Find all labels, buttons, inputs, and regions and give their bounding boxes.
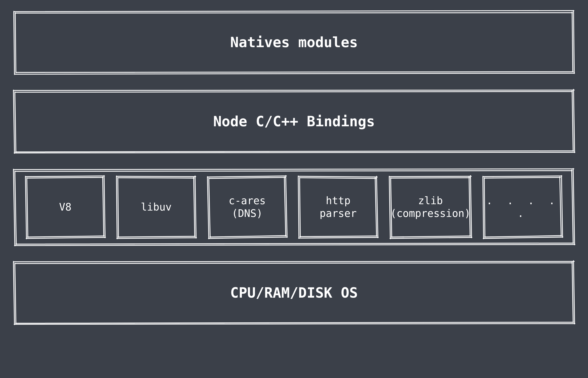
layer-os-label: CPU/RAM/DISK OS <box>230 284 358 301</box>
layer-natives-label: Natives modules <box>230 34 358 51</box>
lib-http-parser-label: http parser <box>318 194 358 220</box>
lib-cares-label: c-ares (DNS) <box>227 194 268 220</box>
lib-libuv-label: libuv <box>139 201 174 214</box>
lib-v8-label: V8 <box>57 201 73 214</box>
lib-v8: V8 <box>25 175 106 239</box>
lib-libuv: libuv <box>116 175 197 239</box>
libs-row: V8 libuv c-ares (DNS) http parser zlib (… <box>13 168 575 246</box>
layer-os: CPU/RAM/DISK OS <box>13 260 575 325</box>
lib-more-label: . . . . . <box>482 194 563 220</box>
layer-node-bindings: Node C/C++ Bindings <box>13 89 575 154</box>
layer-natives-modules: Natives modules <box>13 10 575 75</box>
lib-http-parser: http parser <box>298 175 379 239</box>
layer-bindings-label: Node C/C++ Bindings <box>213 113 375 130</box>
lib-zlib: zlib (compression) <box>389 175 472 239</box>
lib-more: . . . . . <box>482 175 563 239</box>
lib-cares: c-ares (DNS) <box>207 175 288 239</box>
lib-zlib-label: zlib (compression) <box>389 194 472 220</box>
